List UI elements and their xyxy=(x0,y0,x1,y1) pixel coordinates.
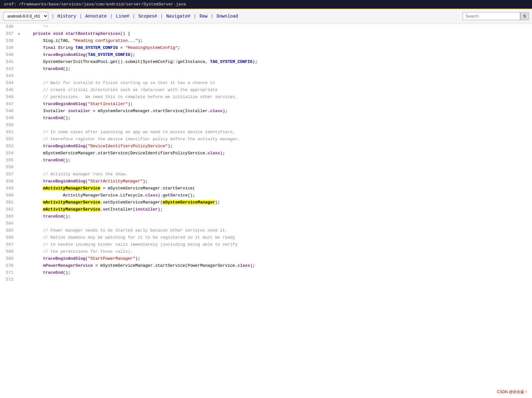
code-content: traceBeginAndSlog("DeviceIdentifiersPoli… xyxy=(22,143,532,150)
code-content xyxy=(22,122,532,129)
table-row: 553 traceBeginAndSlog("DeviceIdentifiers… xyxy=(0,143,532,150)
code-content: mActivityManagerService = mSystemService… xyxy=(22,185,532,192)
table-row: 537 ⊞ private void startBootstrapService… xyxy=(0,30,532,37)
table-row: 551 // In some cases after launching an … xyxy=(0,129,532,136)
line-number: 567 xyxy=(0,241,16,248)
line-number: 545 xyxy=(0,87,16,94)
table-row: 544 // Wait for installd to finish start… xyxy=(0,80,532,87)
line-number: 540 xyxy=(0,51,16,58)
code-content: traceEnd(); xyxy=(22,269,532,276)
table-row: 556 xyxy=(0,164,532,171)
line-number: 571 xyxy=(0,269,16,276)
table-row: 560 ActivityManagerService.Lifecycle.cla… xyxy=(0,192,532,199)
code-content xyxy=(22,276,532,283)
table-row: 549 traceEnd(); xyxy=(0,115,532,122)
sep3: | xyxy=(110,14,113,19)
sep2: | xyxy=(79,14,82,19)
line-number: 569 xyxy=(0,255,16,262)
history-link[interactable]: History xyxy=(55,14,79,19)
line-number: 547 xyxy=(0,101,16,108)
table-row: 570 mPowerManagerService = mSystemServic… xyxy=(0,262,532,269)
line-number: 554 xyxy=(0,150,16,157)
table-row: 563 traceEnd(); xyxy=(0,213,532,220)
code-content: */ xyxy=(22,23,532,30)
code-content: // the permissions for those calls). xyxy=(22,248,532,255)
table-row: 548 Installer installer = mSystemService… xyxy=(0,108,532,115)
xref-bar: xref: /frameworks/base/services/java/com… xyxy=(0,0,532,9)
line-number: 548 xyxy=(0,108,16,115)
table-row: 568 // the permissions for those calls). xyxy=(0,248,532,255)
code-content: // Activity manager runs the show. xyxy=(22,171,532,178)
search-input[interactable] xyxy=(463,12,520,20)
table-row: 559 mActivityManagerService = mSystemSer… xyxy=(0,185,532,192)
search-button[interactable]: S xyxy=(520,12,529,20)
table-row: 541 SystemServerInitThreadPool.get().sub… xyxy=(0,58,532,65)
code-content: mActivityManagerService.setSystemService… xyxy=(22,199,532,206)
table-row: 539 final String TAG_SYSTEM_CONFIG = "Re… xyxy=(0,44,532,51)
code-content: // Native daemons may be watching for it… xyxy=(22,234,532,241)
watermark: CSDN @孙先森！ xyxy=(497,389,528,395)
line-number: 543 xyxy=(0,73,16,80)
sep1: | xyxy=(51,14,54,19)
scopes-link[interactable]: Scopes# xyxy=(136,14,160,19)
version-select[interactable]: android-9.0.0_r61 xyxy=(3,12,48,20)
code-content: SystemServerInitThreadPool.get().submit(… xyxy=(22,58,532,65)
line-number: 570 xyxy=(0,262,16,269)
line-number: 539 xyxy=(0,44,16,51)
line-number: 568 xyxy=(0,248,16,255)
table-row: 546 // permissions. We need this to comp… xyxy=(0,94,532,101)
code-content: final String TAG_SYSTEM_CONFIG = "Readin… xyxy=(22,44,532,51)
table-row: 547 traceBeginAndSlog("StartInstaller"); xyxy=(0,101,532,108)
table-row: 564 xyxy=(0,220,532,227)
code-content xyxy=(22,220,532,227)
code-content: // Wait for installd to finish starting … xyxy=(22,80,532,87)
line-number: 566 xyxy=(0,234,16,241)
code-content: traceEnd(); xyxy=(22,115,532,122)
table-row: 558 traceBeginAndSlog("StartActivityMana… xyxy=(0,178,532,185)
annotate-link[interactable]: Annotate xyxy=(83,14,109,19)
code-content: private void startBootstrapServices() { xyxy=(22,30,532,37)
line-number: 555 xyxy=(0,157,16,164)
line-number: 560 xyxy=(0,192,16,199)
table-row: 557 // Activity manager runs the show. xyxy=(0,171,532,178)
sep7: | xyxy=(211,14,213,19)
code-content: // create critical directories such as /… xyxy=(22,87,532,94)
table-row: 567 // to handle incoming binder calls i… xyxy=(0,241,532,248)
line-number: 558 xyxy=(0,178,16,185)
table-row: 543 xyxy=(0,73,532,80)
code-content: // Power manager needs to be started ear… xyxy=(22,227,532,234)
raw-link[interactable]: Raw xyxy=(197,14,210,19)
table-row: 566 // Native daemons may be watching fo… xyxy=(0,234,532,241)
code-content: traceBeginAndSlog("StartPowerManager"); xyxy=(22,255,532,262)
line-number: 556 xyxy=(0,164,16,171)
code-content: mSystemServiceManager.startService(Devic… xyxy=(22,150,532,157)
table-row: 561 mActivityManagerService.setSystemSer… xyxy=(0,199,532,206)
line-number: 563 xyxy=(0,213,16,220)
code-content xyxy=(22,73,532,80)
xref-path: xref: /frameworks/base/services/java/com… xyxy=(4,2,186,7)
code-content: traceEnd(); xyxy=(22,157,532,164)
lineno-link[interactable]: Line# xyxy=(113,14,132,19)
line-number: 564 xyxy=(0,220,16,227)
line-number: 557 xyxy=(0,171,16,178)
table-row: 565 // Power manager needs to be started… xyxy=(0,227,532,234)
code-content: Installer installer = mSystemServiceMana… xyxy=(22,108,532,115)
table-row: 542 traceEnd(); xyxy=(0,65,532,73)
line-number: 550 xyxy=(0,122,16,129)
table-row: 550 xyxy=(0,122,532,129)
line-number: 559 xyxy=(0,185,16,192)
table-row: 545 // create critical directories such … xyxy=(0,87,532,94)
navigate-link[interactable]: Navigate# xyxy=(164,14,193,19)
download-link[interactable]: Download xyxy=(214,14,241,19)
code-content: // permissions. We need this to complete… xyxy=(22,94,532,101)
line-number: 537 xyxy=(0,30,16,37)
code-content: traceBeginAndSlog("StartInstaller"); xyxy=(22,101,532,108)
line-number: 553 xyxy=(0,143,16,150)
sep4: | xyxy=(132,14,135,19)
code-content: // therefore register the device identif… xyxy=(22,136,532,143)
code-content: traceBeginAndSlog("StartActivityManager"… xyxy=(22,178,532,185)
fold-icon: ⊞ xyxy=(16,30,22,37)
line-number: 552 xyxy=(0,136,16,143)
table-row: 536 */ xyxy=(0,23,532,30)
line-number: 565 xyxy=(0,227,16,234)
